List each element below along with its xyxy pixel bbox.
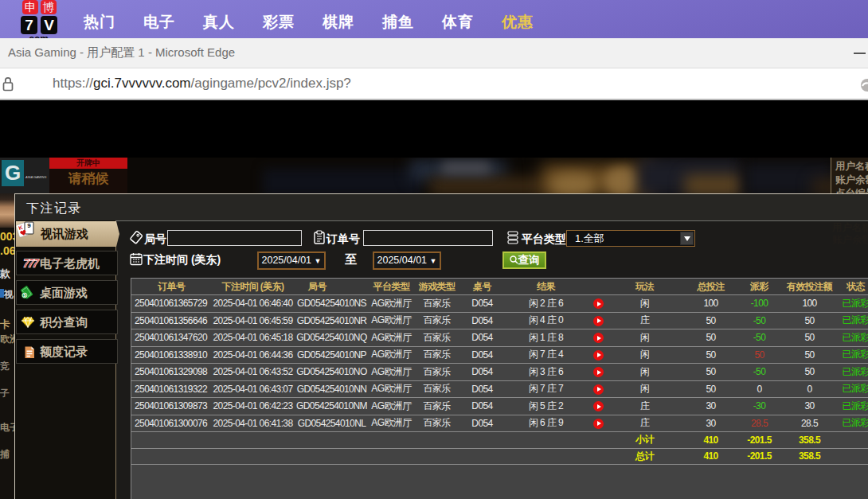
svg-text:777: 777 — [22, 256, 40, 270]
svg-text:9: 9 — [27, 222, 31, 229]
